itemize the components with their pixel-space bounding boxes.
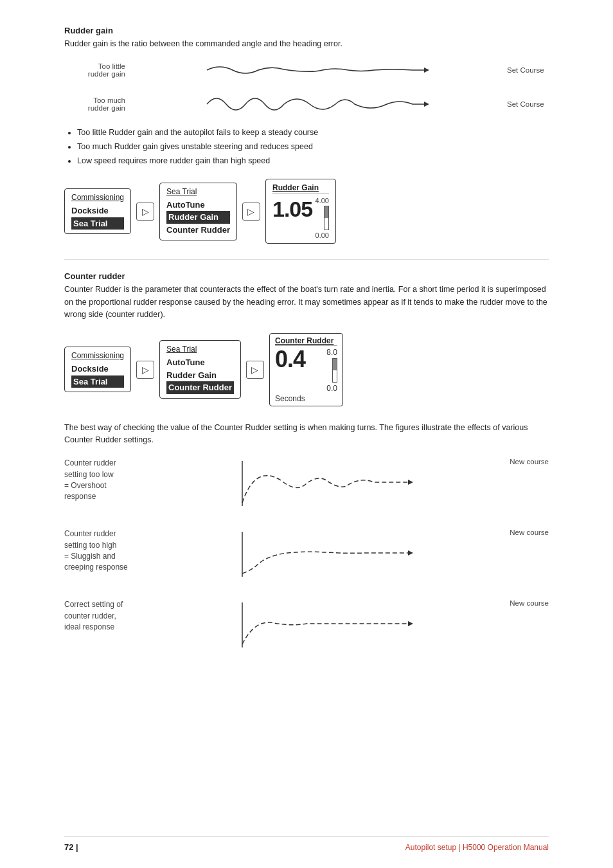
- cr-top-value: 8.0: [326, 348, 337, 357]
- course-diagram-row-2: Counter ruddersetting too high= Sluggish…: [64, 529, 549, 580]
- footer-title: Autopilot setup | H5000 Operation Manual: [405, 843, 549, 852]
- dockside-item: Dockside: [71, 204, 124, 217]
- rudder-gain-item: Rudder Gain: [166, 211, 230, 224]
- course-right-3: New course: [504, 599, 549, 607]
- footer-page-number: 72 |: [64, 842, 78, 852]
- rudder-gain-scrollbar: [324, 206, 329, 230]
- sea-trial-panel-2: Sea Trial AutoTune Rudder Gain Counter R…: [159, 340, 241, 399]
- rudder-gain-big-value: 1.05: [272, 197, 312, 222]
- too-much-wave-row: Too muchrudder gain Set Course: [77, 89, 549, 120]
- sea-trial-panel-1: Sea Trial AutoTune Rudder Gain Counter R…: [159, 183, 237, 241]
- rudder-gain-display-panel: Rudder Gain 1.05 4.00 0.00: [265, 179, 336, 244]
- rudder-gain-title: Rudder gain: [64, 26, 549, 35]
- commissioning-title-2: Commissioning: [71, 351, 124, 360]
- dockside-item-2: Dockside: [71, 363, 124, 375]
- rudder-gain-bullets: Too little Rudder gain and the autopilot…: [77, 126, 549, 167]
- counter-rudder-device-row: Commissioning Dockside Sea Trial ▷ Sea T…: [64, 333, 549, 406]
- commissioning-panel-2: Commissioning Dockside Sea Trial: [64, 347, 131, 392]
- cr-seconds-row: Seconds: [275, 394, 337, 403]
- too-much-label: Too muchrudder gain: [77, 96, 125, 112]
- sea-trial-title-2: Sea Trial: [166, 345, 234, 354]
- rudder-gain-item-2: Rudder Gain: [166, 369, 234, 382]
- bullet-2: Too much Rudder gain gives unstable stee…: [77, 140, 549, 153]
- course-wave-svg-3: [154, 599, 497, 651]
- course-diagram-row-1: Counter ruddersetting too low= Overshoot…: [64, 458, 549, 509]
- sea-trial-item-2: Sea Trial: [71, 375, 124, 388]
- course-right-2: New course: [504, 529, 549, 536]
- course-wave-svg-2: [154, 529, 497, 580]
- svg-marker-4: [408, 480, 413, 485]
- best-way-text: The best way of checking the value of th…: [64, 422, 549, 447]
- rudder-gain-top: 4.00: [315, 197, 329, 204]
- course-right-1: New course: [504, 458, 549, 466]
- commissioning-title: Commissioning: [71, 193, 124, 202]
- rudder-gain-description: Rudder gain is the ratio between the com…: [64, 38, 549, 50]
- rudder-gain-device-row: Commissioning Dockside Sea Trial ▷ Sea T…: [64, 179, 549, 244]
- svg-marker-1: [424, 68, 429, 73]
- counter-rudder-item-2: Counter Rudder: [166, 381, 234, 394]
- too-little-set-course: Set Course: [507, 66, 549, 74]
- course-diagram-row-3: Correct setting ofcounter rudder,ideal r…: [64, 599, 549, 651]
- arrow-btn-4[interactable]: ▷: [246, 361, 264, 379]
- course-label-2: Counter ruddersetting too high= Sluggish…: [64, 529, 148, 574]
- counter-rudder-title: Counter rudder: [64, 271, 549, 281]
- footer-manual: H5000 Operation Manual: [463, 843, 549, 852]
- too-much-wave-svg: [132, 89, 501, 120]
- counter-rudder-item-1: Counter Rudder: [166, 224, 230, 237]
- footer-section: Autopilot setup: [405, 843, 456, 852]
- too-little-label: Too littlerudder gain: [77, 62, 125, 78]
- course-label-1: Counter ruddersetting too low= Overshoot…: [64, 458, 148, 503]
- sea-trial-item-1: Sea Trial: [71, 217, 124, 230]
- sea-trial-title-1: Sea Trial: [166, 187, 230, 196]
- counter-rudder-display-title: Counter Rudder: [275, 336, 337, 346]
- autotune-item-1: AutoTune: [166, 199, 230, 212]
- cr-bottom-value: 0.0: [326, 384, 337, 393]
- cr-scrollbar: [332, 358, 337, 383]
- counter-rudder-main: 0.4 8.0 0.0: [275, 348, 337, 393]
- rudder-gain-bottom: 0.00: [315, 231, 329, 239]
- counter-rudder-display-panel: Counter Rudder 0.4 8.0 0.0 Seconds: [269, 333, 343, 406]
- rudder-gain-display-title: Rudder Gain: [272, 183, 329, 194]
- arrow-btn-3[interactable]: ▷: [136, 361, 154, 379]
- svg-marker-2: [424, 102, 429, 107]
- course-diagrams: Counter ruddersetting too low= Overshoot…: [64, 458, 549, 651]
- course-wave-svg-1: [154, 458, 497, 509]
- too-little-wave-svg: [132, 58, 501, 82]
- cr-seconds-label: Seconds: [275, 394, 305, 403]
- bullet-3: Low speed requires more rudder gain than…: [77, 154, 549, 167]
- course-label-3: Correct setting ofcounter rudder,ideal r…: [64, 599, 148, 633]
- rudder-gain-value: 1.05: [272, 197, 312, 222]
- bullet-1: Too little Rudder gain and the autopilot…: [77, 126, 549, 139]
- counter-rudder-right: 8.0 0.0: [326, 348, 337, 393]
- arrow-btn-1[interactable]: ▷: [136, 203, 154, 221]
- autotune-item-2: AutoTune: [166, 356, 234, 369]
- counter-rudder-description: Counter Rudder is the parameter that cou…: [64, 284, 549, 321]
- page: Rudder gain Rudder gain is the ratio bet…: [0, 0, 613, 868]
- too-little-wave-row: Too littlerudder gain Set Course: [77, 58, 549, 82]
- commissioning-panel: Commissioning Dockside Sea Trial: [64, 188, 131, 234]
- page-footer: 72 | Autopilot setup | H5000 Operation M…: [64, 836, 549, 852]
- arrow-btn-2[interactable]: ▷: [242, 203, 260, 221]
- too-much-set-course: Set Course: [507, 100, 549, 108]
- svg-marker-8: [408, 621, 413, 626]
- svg-marker-6: [408, 550, 413, 556]
- counter-rudder-big-value: 0.4: [275, 348, 305, 371]
